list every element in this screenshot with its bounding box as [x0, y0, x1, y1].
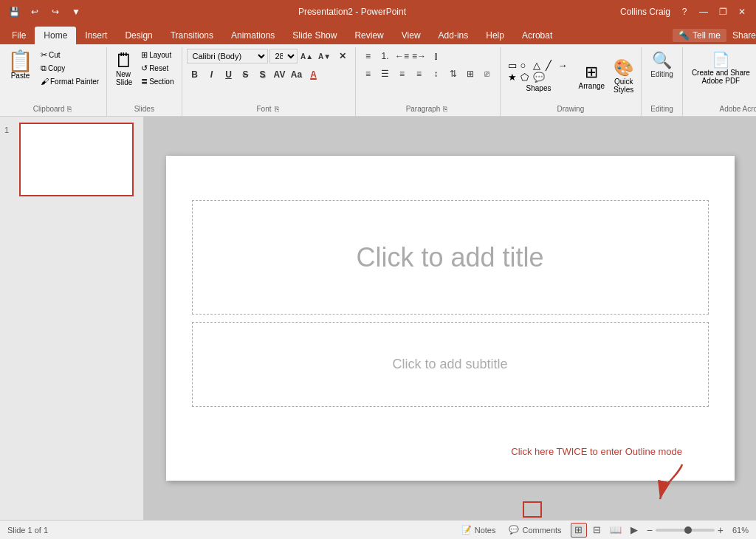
user-name: Collins Craig: [620, 7, 670, 17]
align-right-button[interactable]: ≡: [394, 66, 410, 81]
cut-button[interactable]: ✂Cut: [38, 49, 102, 61]
layout-button[interactable]: ⊞Layout: [138, 49, 176, 61]
shape-callout: 💬: [533, 72, 545, 83]
ribbon-tabs: File Home Insert Design Transitions Anim…: [0, 24, 756, 44]
drawing-content: ▭ ○ △ ╱ → ★ ⬠ 💬 Shapes ⊞ Arrange 🎨 Quick…: [505, 49, 637, 103]
font-name-select[interactable]: Calibri (Body): [187, 49, 268, 63]
section-button[interactable]: ≣Section: [138, 75, 176, 88]
tab-view[interactable]: View: [393, 27, 430, 44]
decrease-font-button[interactable]: A▼: [317, 49, 333, 63]
format-painter-button[interactable]: 🖌Format Painter: [38, 75, 102, 87]
clear-format-button[interactable]: ✕: [334, 49, 351, 63]
title-placeholder[interactable]: Click to add title: [192, 200, 709, 315]
quick-styles-button[interactable]: 🎨 QuickStyles: [611, 57, 636, 95]
undo-button[interactable]: ↩: [27, 4, 43, 20]
italic-button[interactable]: I: [204, 67, 220, 82]
tell-me-input[interactable]: 🔦 Tell me: [673, 29, 726, 42]
char-spacing-button[interactable]: AV: [272, 67, 288, 82]
adobe-acrobat-group: 📄 Create and ShareAdobe PDF ✍ RequestSig…: [683, 47, 756, 116]
tab-design[interactable]: Design: [116, 27, 161, 44]
subtitle-placeholder[interactable]: Click to add subtitle: [192, 322, 709, 407]
font-expand[interactable]: ⎘: [273, 104, 281, 114]
justify-button[interactable]: ≡: [411, 66, 427, 81]
new-slide-button[interactable]: 🗒 NewSlide: [111, 49, 137, 89]
help-button[interactable]: ?: [676, 4, 693, 20]
clipboard-expand[interactable]: ⎘: [66, 104, 73, 114]
tab-help[interactable]: Help: [477, 27, 513, 44]
align-left-button[interactable]: ≡: [360, 66, 377, 81]
columns-button[interactable]: ⫿: [428, 49, 444, 63]
shapes-button[interactable]: ▭ ○ △ ╱ → ★ ⬠ 💬 Shapes: [505, 58, 573, 94]
copy-button[interactable]: ⧉Copy: [38, 62, 102, 75]
strikethrough-button[interactable]: S: [238, 67, 254, 82]
tab-addins[interactable]: Add-ins: [430, 27, 478, 44]
restore-button[interactable]: ❐: [715, 4, 731, 20]
tab-insert[interactable]: Insert: [76, 27, 116, 44]
slide-canvas[interactable]: Click to add title Click to add subtitle: [166, 156, 735, 481]
zoom-controls: − + 61%: [647, 524, 749, 536]
clipboard-small-buttons: ✂Cut ⧉Copy 🖌Format Painter: [38, 49, 102, 87]
customize-qat-button[interactable]: ▼: [68, 4, 84, 20]
numbering-button[interactable]: 1.: [377, 49, 394, 63]
create-share-pdf-button[interactable]: 📄 Create and ShareAdobe PDF: [687, 49, 755, 87]
zoom-minus-button[interactable]: −: [647, 524, 653, 536]
tab-home[interactable]: Home: [35, 27, 76, 44]
para-row-2: ≡ ☰ ≡ ≡ ↕ ⇅ ⊞ ⎚: [360, 66, 495, 81]
arrange-label: Arrange: [579, 82, 605, 90]
tab-transitions[interactable]: Transitions: [162, 27, 222, 44]
bold-button[interactable]: B: [187, 67, 203, 82]
arrange-button[interactable]: ⊞ Arrange: [576, 61, 608, 92]
font-size-select[interactable]: 28: [269, 49, 298, 63]
tab-file[interactable]: File: [3, 27, 35, 44]
align-text-button[interactable]: ⊞: [462, 66, 478, 81]
redo-button[interactable]: ↪: [47, 4, 63, 20]
paragraph-expand[interactable]: ⎘: [441, 104, 449, 114]
minimize-button[interactable]: —: [695, 4, 712, 20]
slides-label: Slides: [134, 103, 154, 114]
tab-acrobat[interactable]: Acrobat: [513, 27, 561, 44]
quick-styles-icon: 🎨: [614, 58, 633, 78]
qat-area: 💾 ↩ ↪ ▼: [6, 4, 84, 20]
close-button[interactable]: ✕: [734, 4, 750, 20]
clipboard-group: 📋 Paste ✂Cut ⧉Copy 🖌Format Painter Clipb…: [0, 47, 107, 116]
decrease-indent-button[interactable]: ←≡: [394, 49, 410, 63]
slide-sorter-button[interactable]: ⊟: [589, 523, 605, 538]
share-button[interactable]: Share: [732, 30, 756, 41]
zoom-plus-button[interactable]: +: [718, 524, 724, 536]
align-center-button[interactable]: ☰: [377, 66, 394, 81]
reset-icon: ↺: [141, 63, 148, 73]
notes-button[interactable]: 📝 Notes: [457, 524, 501, 535]
reading-view-button[interactable]: 📖: [608, 523, 624, 538]
normal-view-button[interactable]: ⊞: [571, 523, 587, 538]
shadow-button[interactable]: S: [255, 67, 271, 82]
notes-icon: 📝: [461, 525, 472, 535]
text-direction-button[interactable]: ⇅: [445, 66, 461, 81]
zoom-slider[interactable]: [656, 529, 715, 532]
reset-button[interactable]: ↺Reset: [138, 62, 176, 75]
comments-button[interactable]: 💬 Comments: [504, 524, 566, 535]
tab-slideshow[interactable]: Slide Show: [284, 27, 346, 44]
change-case-button[interactable]: Aa: [289, 67, 305, 82]
increase-font-button[interactable]: A▲: [299, 49, 315, 63]
slide-1-thumbnail[interactable]: [19, 123, 134, 196]
zoom-level[interactable]: 61%: [726, 526, 749, 535]
editing-button[interactable]: 🔍 Editing: [646, 49, 678, 80]
paragraph-group: ≡ 1. ←≡ ≡→ ⫿ ≡ ☰ ≡ ≡ ↕ ⇅ ⊞ ⎚ Paragraph ⎘: [356, 47, 501, 116]
font-color-button[interactable]: A: [306, 67, 322, 82]
presenter-view-button[interactable]: ▶: [626, 523, 642, 538]
section-icon: ≣: [141, 77, 148, 86]
line-spacing-button[interactable]: ↕: [428, 66, 444, 81]
underline-button[interactable]: U: [221, 67, 237, 82]
font-label: Font: [256, 103, 271, 114]
font-row-2: B I U S S AV Aa A: [187, 67, 322, 82]
save-button[interactable]: 💾: [6, 4, 22, 20]
tab-review[interactable]: Review: [346, 27, 392, 44]
convert-smartart-button[interactable]: ⎚: [479, 66, 495, 81]
slide-panel: 1: [0, 117, 144, 520]
increase-indent-button[interactable]: ≡→: [411, 49, 427, 63]
tab-animations[interactable]: Animations: [222, 27, 284, 44]
paste-button[interactable]: 📋 Paste: [4, 49, 36, 87]
new-slide-icon: 🗒: [114, 51, 134, 70]
bullets-button[interactable]: ≡: [360, 49, 377, 63]
clipboard-label: Clipboard: [33, 103, 65, 114]
